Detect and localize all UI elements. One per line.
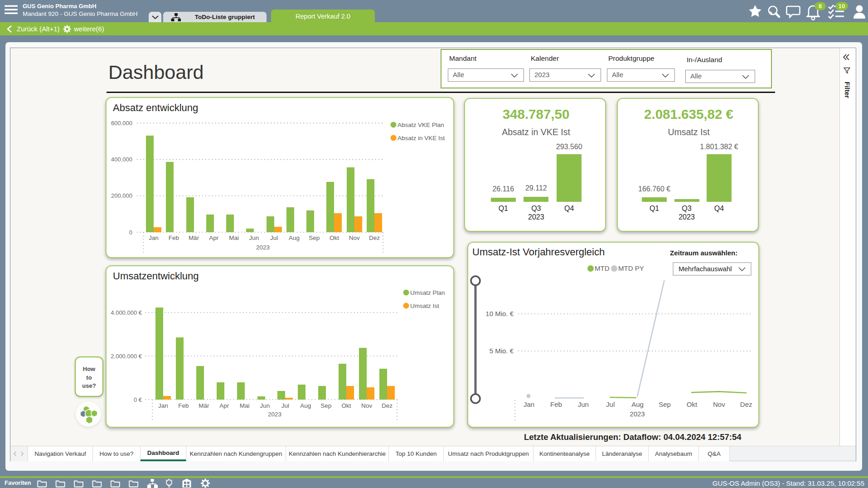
- svg-text:Umsatzentwicklung: Umsatzentwicklung: [113, 270, 199, 282]
- svg-text:Nov: Nov: [361, 402, 372, 409]
- svg-text:Dez: Dez: [740, 400, 752, 408]
- svg-text:Feb: Feb: [178, 402, 189, 409]
- svg-text:166.760 €: 166.760 €: [638, 185, 670, 193]
- svg-text:2023: 2023: [528, 213, 544, 221]
- svg-text:Umsatz Ist: Umsatz Ist: [668, 127, 710, 137]
- svg-text:Feb: Feb: [550, 400, 562, 408]
- svg-text:8: 8: [819, 3, 822, 10]
- svg-text:Jan: Jan: [524, 400, 534, 408]
- svg-text:Mai: Mai: [240, 402, 250, 409]
- svg-text:Feb: Feb: [169, 234, 179, 241]
- svg-text:2023: 2023: [256, 244, 270, 251]
- svg-text:10 Mio. €: 10 Mio. €: [485, 310, 514, 317]
- svg-text:5 Mio. €: 5 Mio. €: [490, 347, 514, 355]
- svg-text:Okt: Okt: [687, 400, 698, 408]
- svg-text:Umsatz-Ist Vorjahresvergleich: Umsatz-Ist Vorjahresvergleich: [472, 246, 605, 258]
- svg-text:Sep: Sep: [309, 234, 320, 241]
- svg-text:29.112: 29.112: [525, 184, 547, 192]
- svg-text:2.000.000 €: 2.000.000 €: [111, 353, 142, 360]
- svg-text:Dez: Dez: [382, 402, 393, 409]
- svg-text:Umsatz Ist: Umsatz Ist: [410, 303, 439, 309]
- svg-text:Q3: Q3: [531, 205, 541, 212]
- svg-text:Absatz entwicklung: Absatz entwicklung: [113, 102, 198, 113]
- svg-text:Okt: Okt: [330, 234, 339, 241]
- svg-text:293.560: 293.560: [556, 143, 582, 151]
- svg-text:Okt: Okt: [342, 402, 351, 409]
- svg-text:Mär: Mär: [199, 402, 209, 409]
- svg-text:2.081.635,82 €: 2.081.635,82 €: [644, 107, 733, 122]
- svg-text:Mär: Mär: [189, 234, 199, 241]
- svg-text:Nov: Nov: [713, 400, 725, 408]
- svg-text:200.000: 200.000: [111, 192, 132, 199]
- svg-text:Jul: Jul: [281, 402, 289, 409]
- svg-text:Q3: Q3: [682, 205, 691, 212]
- svg-text:Jun: Jun: [249, 234, 259, 241]
- svg-text:600.000: 600.000: [111, 120, 132, 127]
- svg-text:Jun: Jun: [260, 402, 270, 409]
- svg-text:Nov: Nov: [349, 234, 360, 241]
- svg-text:Umsatz Plan: Umsatz Plan: [410, 289, 445, 296]
- svg-text:0: 0: [129, 229, 132, 236]
- svg-text:Jan: Jan: [149, 234, 159, 241]
- svg-text:Aug: Aug: [300, 402, 311, 409]
- svg-text:Absatz in VKE Ist: Absatz in VKE Ist: [398, 135, 445, 142]
- svg-text:10: 10: [838, 3, 845, 10]
- svg-text:Q1: Q1: [650, 205, 659, 212]
- svg-text:Aug: Aug: [631, 400, 644, 408]
- svg-text:Apr: Apr: [209, 234, 219, 241]
- svg-text:2023: 2023: [679, 213, 695, 221]
- svg-text:Dez: Dez: [369, 234, 380, 241]
- svg-text:Sep: Sep: [659, 400, 671, 408]
- svg-text:4.000.000 €: 4.000.000 €: [111, 309, 142, 316]
- svg-text:Q4: Q4: [714, 205, 724, 212]
- svg-text:Q4: Q4: [564, 205, 574, 212]
- svg-text:26.116: 26.116: [492, 185, 514, 193]
- svg-text:0 €: 0 €: [134, 396, 142, 403]
- svg-text:Mehrfachauswahl: Mehrfachauswahl: [679, 265, 732, 273]
- svg-text:400.000: 400.000: [111, 156, 132, 163]
- svg-text:Q1: Q1: [499, 205, 508, 212]
- svg-text:2023: 2023: [268, 411, 281, 418]
- svg-text:MTD PY: MTD PY: [618, 264, 644, 272]
- svg-text:Apr: Apr: [219, 402, 229, 409]
- svg-text:Mai: Mai: [229, 234, 239, 241]
- svg-text:Absatz VKE Plan: Absatz VKE Plan: [398, 122, 444, 128]
- svg-text:MTD: MTD: [595, 264, 610, 272]
- svg-text:Jul: Jul: [270, 234, 278, 241]
- svg-text:Aug: Aug: [289, 234, 300, 241]
- svg-text:Absatz in VKE Ist: Absatz in VKE Ist: [502, 127, 570, 137]
- svg-text:Zeitraum auswählen:: Zeitraum auswählen:: [670, 249, 737, 257]
- svg-text:2023: 2023: [630, 410, 645, 418]
- svg-text:1.801.382 €: 1.801.382 €: [700, 143, 738, 151]
- svg-text:Sep: Sep: [320, 402, 331, 409]
- svg-text:Jun: Jun: [578, 400, 589, 408]
- svg-text:348.787,50: 348.787,50: [503, 107, 570, 122]
- svg-text:Jul: Jul: [606, 400, 615, 408]
- svg-text:Jan: Jan: [158, 402, 168, 409]
